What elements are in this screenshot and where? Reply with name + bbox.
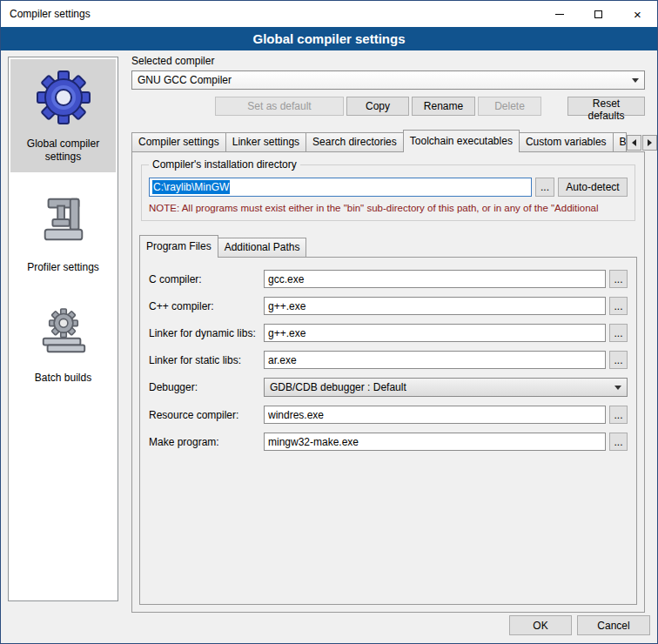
- field-row-debugger: Debugger: GDB/CDB debugger : Default: [149, 378, 628, 397]
- tab-custom-variables[interactable]: Custom variables: [519, 132, 614, 151]
- sidebar-item-label: Batch builds: [35, 372, 91, 385]
- arrow-right-icon: [648, 139, 652, 146]
- gear-icon: [35, 66, 92, 129]
- settings-tab-bar: Compiler settings Linker settings Search…: [131, 130, 645, 151]
- minimize-icon: [555, 14, 564, 15]
- sidebar: Global compiler settings Profiler settin…: [8, 57, 118, 601]
- selected-compiler-value: GNU GCC Compiler: [138, 74, 632, 86]
- close-button[interactable]: ×: [618, 1, 657, 27]
- field-row-dynamic-linker: Linker for dynamic libs: ...: [149, 324, 628, 342]
- selected-compiler-dropdown[interactable]: GNU GCC Compiler: [131, 70, 645, 90]
- field-label: Linker for dynamic libs:: [149, 327, 264, 339]
- ok-button[interactable]: OK: [509, 615, 572, 635]
- field-row-make-program: Make program: ...: [149, 433, 628, 451]
- profiler-icon: [37, 190, 91, 252]
- c-compiler-browse-button[interactable]: ...: [609, 270, 628, 288]
- dialog-footer: OK Cancel: [509, 615, 650, 635]
- maximize-icon: [594, 10, 602, 18]
- sidebar-item-batch-builds[interactable]: Batch builds: [10, 293, 116, 393]
- chevron-down-icon: [614, 386, 621, 390]
- field-label: Linker for static libs:: [149, 354, 264, 366]
- main-panel: Selected compiler GNU GCC Compiler Set a…: [131, 55, 645, 613]
- tab-compiler-settings[interactable]: Compiler settings: [131, 132, 226, 151]
- field-row-c-compiler: C compiler: ...: [149, 270, 628, 288]
- install-dir-input[interactable]: C:\raylib\MinGW: [149, 178, 532, 197]
- field-label: C++ compiler:: [149, 300, 264, 312]
- static-linker-browse-button[interactable]: ...: [609, 351, 628, 369]
- sidebar-item-label: Global compiler settings: [12, 138, 114, 164]
- batch-builds-icon: [37, 300, 91, 363]
- field-row-static-linker: Linker for static libs: ...: [149, 351, 628, 369]
- dynamic-linker-input[interactable]: [264, 324, 606, 342]
- field-label: Resource compiler:: [149, 409, 264, 421]
- sidebar-item-profiler-settings[interactable]: Profiler settings: [10, 183, 116, 283]
- subtab-additional-paths[interactable]: Additional Paths: [218, 238, 307, 257]
- tab-build-options[interactable]: Buil: [613, 132, 627, 151]
- cancel-button[interactable]: Cancel: [577, 615, 650, 635]
- tab-toolchain-executables[interactable]: Toolchain executables: [403, 130, 520, 152]
- cpp-compiler-input[interactable]: [264, 297, 606, 315]
- field-row-cpp-compiler: C++ compiler: ...: [149, 297, 628, 315]
- compiler-actions: Set as default Copy Rename Delete Reset …: [131, 97, 645, 116]
- close-icon: ×: [634, 8, 641, 21]
- delete-button[interactable]: Delete: [478, 97, 541, 116]
- install-dir-browse-button[interactable]: ...: [535, 178, 554, 197]
- make-program-input[interactable]: [264, 433, 606, 451]
- field-label: C compiler:: [149, 273, 264, 285]
- tab-scroll-controls: [627, 135, 657, 151]
- tab-scroll-left-button[interactable]: [627, 135, 641, 151]
- rename-button[interactable]: Rename: [412, 97, 475, 116]
- subtab-program-files[interactable]: Program Files: [139, 235, 218, 258]
- resource-compiler-browse-button[interactable]: ...: [609, 406, 628, 424]
- tab-linker-settings[interactable]: Linker settings: [225, 132, 306, 151]
- sidebar-item-global-compiler-settings[interactable]: Global compiler settings: [10, 59, 116, 172]
- cpp-compiler-browse-button[interactable]: ...: [609, 297, 628, 315]
- tab-search-directories[interactable]: Search directories: [306, 132, 404, 151]
- selected-compiler-label: Selected compiler: [131, 55, 645, 67]
- install-dir-value: C:\raylib\MinGW: [152, 180, 230, 194]
- titlebar: Compiler settings ×: [1, 1, 657, 27]
- compiler-settings-dialog: Compiler settings × Global compiler sett…: [0, 0, 658, 644]
- dynamic-linker-browse-button[interactable]: ...: [609, 324, 628, 342]
- field-label: Make program:: [149, 436, 264, 448]
- resource-compiler-input[interactable]: [264, 406, 606, 424]
- field-row-resource-compiler: Resource compiler: ...: [149, 406, 628, 424]
- minimize-button[interactable]: [540, 1, 579, 27]
- field-label: Debugger:: [149, 381, 264, 393]
- maximize-button[interactable]: [579, 1, 618, 27]
- install-dir-group: Compiler's installation directory C:\ray…: [141, 164, 635, 221]
- auto-detect-button[interactable]: Auto-detect: [558, 178, 628, 197]
- dialog-header: Global compiler settings: [1, 27, 657, 50]
- c-compiler-input[interactable]: [264, 270, 606, 288]
- static-linker-input[interactable]: [264, 351, 606, 369]
- debugger-dropdown[interactable]: GDB/CDB debugger : Default: [264, 378, 628, 397]
- make-program-browse-button[interactable]: ...: [609, 433, 628, 451]
- install-dir-note: NOTE: All programs must exist either in …: [149, 203, 628, 213]
- install-dir-row: C:\raylib\MinGW ... Auto-detect: [149, 178, 628, 197]
- program-files-panel: C compiler: ... C++ compiler: ... Linker…: [139, 257, 637, 605]
- debugger-value: GDB/CDB debugger : Default: [270, 381, 614, 393]
- window-title: Compiler settings: [1, 1, 540, 27]
- reset-defaults-button[interactable]: Reset defaults: [567, 97, 645, 116]
- sidebar-item-label: Profiler settings: [27, 261, 99, 274]
- set-as-default-button[interactable]: Set as default: [215, 97, 344, 116]
- arrow-left-icon: [632, 139, 636, 146]
- chevron-down-icon: [632, 78, 639, 83]
- program-files-tab-bar: Program Files Additional Paths: [139, 235, 637, 257]
- tab-scroll-right-button[interactable]: [642, 135, 657, 151]
- install-dir-group-title: Compiler's installation directory: [149, 158, 300, 171]
- copy-button[interactable]: Copy: [346, 97, 409, 116]
- toolchain-executables-panel: Compiler's installation directory C:\ray…: [131, 151, 645, 613]
